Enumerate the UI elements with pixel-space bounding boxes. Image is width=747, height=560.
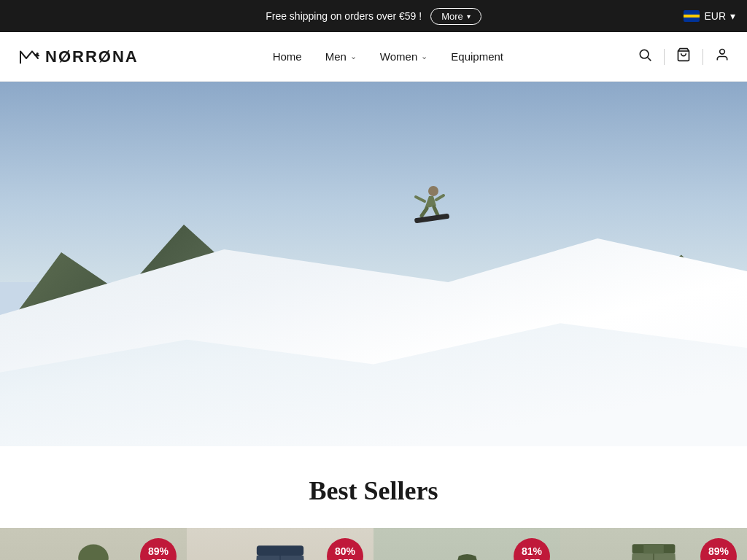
nav-item-women[interactable]: Women ⌄ <box>380 50 427 63</box>
site-header: NØRRØNA Home Men ⌄ Women ⌄ Equipment <box>0 32 747 82</box>
svg-rect-15 <box>257 545 303 556</box>
eu-flag-icon <box>684 10 700 22</box>
icon-divider-2 <box>703 49 703 65</box>
svg-line-8 <box>422 209 427 216</box>
product-card-4[interactable]: 89% OFF <box>560 528 747 560</box>
main-nav: Home Men ⌄ Women ⌄ Equipment <box>273 50 503 63</box>
jacket-illustration-1 <box>50 539 137 560</box>
snowboarder-svg <box>409 184 452 224</box>
svg-line-6 <box>416 197 425 201</box>
nav-item-home[interactable]: Home <box>273 50 302 63</box>
hero-section <box>0 82 747 446</box>
best-sellers-title: Best Sellers <box>0 475 747 506</box>
svg-point-0 <box>36 52 39 55</box>
icon-divider <box>664 49 665 65</box>
announcement-bar: Free shipping on orders over €59 ! More … <box>0 0 747 32</box>
site-logo[interactable]: NØRRØNA <box>18 47 139 67</box>
header-icons <box>638 47 729 66</box>
svg-point-5 <box>428 186 438 196</box>
men-dropdown-icon: ⌄ <box>350 52 357 61</box>
pants-illustration-2 <box>244 539 317 560</box>
product-card-2[interactable]: 80% OFF <box>187 528 374 560</box>
more-button[interactable]: More ▾ <box>430 8 481 25</box>
announcement-text: Free shipping on orders over €59 ! <box>266 10 422 22</box>
user-icon[interactable] <box>715 47 729 66</box>
currency-selector[interactable]: EUR ▾ <box>684 10 735 22</box>
svg-point-4 <box>720 50 725 55</box>
pants-illustration-4 <box>617 539 690 560</box>
best-sellers-section: Best Sellers <box>0 446 747 560</box>
hero-background <box>0 82 747 446</box>
svg-line-7 <box>436 195 444 200</box>
logo-icon <box>18 47 41 67</box>
product-card-3[interactable]: 81% OFF <box>374 528 560 560</box>
svg-line-9 <box>434 207 438 215</box>
nav-item-equipment[interactable]: Equipment <box>451 50 503 63</box>
search-icon[interactable] <box>638 47 652 66</box>
svg-point-1 <box>640 50 649 58</box>
fleece-illustration-3 <box>425 542 509 560</box>
nav-item-men[interactable]: Men ⌄ <box>325 50 357 63</box>
product-card-1[interactable]: 89% OFF <box>0 528 187 560</box>
svg-point-11 <box>78 545 109 560</box>
more-chevron-icon: ▾ <box>467 12 471 20</box>
cart-icon[interactable] <box>676 47 691 66</box>
women-dropdown-icon: ⌄ <box>421 52 427 61</box>
products-grid: 89% OFF <box>0 528 747 560</box>
hero-snowboarder <box>409 184 452 220</box>
currency-chevron-icon: ▾ <box>730 10 735 22</box>
svg-rect-10 <box>414 214 450 224</box>
svg-line-2 <box>648 58 651 61</box>
